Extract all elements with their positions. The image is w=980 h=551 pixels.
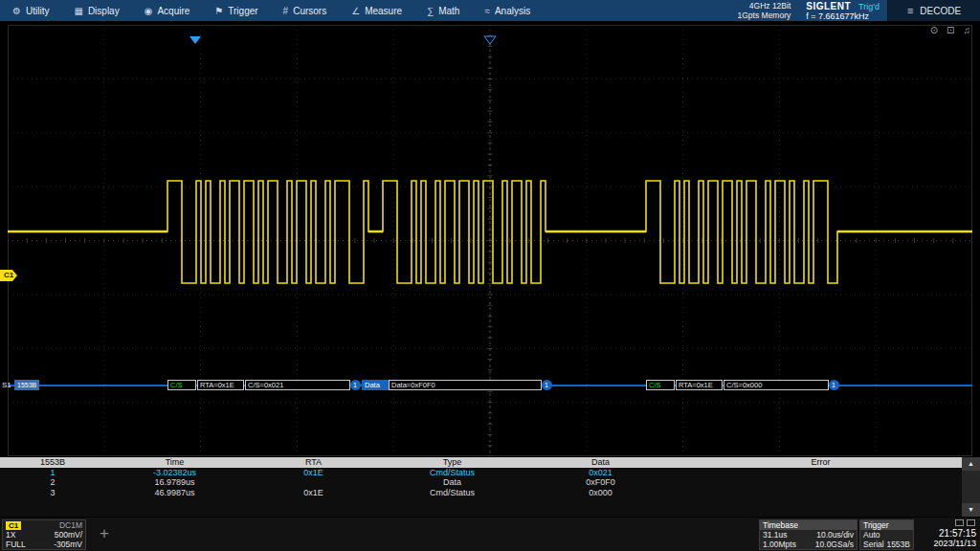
table-cell: 0x1E (244, 488, 383, 497)
menu-item-label: Display (88, 6, 120, 16)
brand-block: SIGLENT Trig'd f = 7.661677kHz (798, 0, 887, 21)
table-scrollbar[interactable]: ▲ ▼ (962, 457, 980, 517)
table-cell: 2 (0, 477, 105, 487)
table-cell: Data (383, 477, 522, 487)
decode-button-label: DECODE (920, 6, 961, 16)
menubar-right: 4GHz 12Bit 1Gpts Memory SIGLENT Trig'd f… (730, 0, 980, 21)
menu-item-measure[interactable]: ∠Measure (339, 0, 414, 21)
decode-bus-tag[interactable]: 1553B (14, 380, 39, 390)
table-cell: Cmd/Status (383, 488, 522, 497)
decode-table: 1553BTimeRTATypeDataError 1-3.02382us0x1… (0, 457, 962, 517)
decode-marker: 1 (829, 380, 839, 390)
table-row[interactable]: 1-3.02382us0x1ECmd/Status0x021 (0, 468, 962, 477)
display-icon: ▦ (74, 6, 82, 16)
timebase-title: Timebase (760, 520, 857, 530)
table-cell: -3.02382us (105, 468, 244, 477)
plot-corner-icons: ⊙⊡♫ (930, 25, 970, 35)
table-header-type: Type (383, 457, 522, 468)
menu-items: ⚙Utility▦Display◉Acquire⚑Trigger#Cursors… (0, 0, 543, 21)
frequency-readout: f = 7.661677kHz (806, 11, 880, 21)
table-header-1553b: 1553B (0, 457, 105, 468)
table-cell: 0xF0F0 (522, 477, 679, 487)
menu-item-label: Trigger (228, 6, 257, 16)
table-cell: Cmd/Status (383, 468, 522, 477)
sound-icon[interactable]: ♫ (964, 25, 971, 35)
menu-item-acquire[interactable]: ◉Acquire (132, 0, 203, 21)
menu-item-label: Utility (26, 6, 49, 16)
table-cell: 0x1E (244, 468, 383, 477)
table-row[interactable]: 216.9789usData0xF0F0 (0, 477, 962, 487)
decode-segment: RTA=0x1E (197, 380, 244, 390)
fullscreen-icon[interactable]: ⊡ (947, 25, 954, 35)
system-info-line2: 1Gpts Memory (738, 11, 791, 20)
utility-icon: ⚙ (12, 6, 21, 16)
status-bar: C1 DC1M 1X 500mV/ FULL -305mV + Timebase… (0, 517, 980, 551)
lan-icon (967, 519, 975, 526)
scroll-up-button[interactable]: ▲ (962, 457, 980, 471)
timebase-delay: 31.1us (763, 530, 788, 540)
decode-button[interactable]: ≡ DECODE (887, 0, 980, 21)
decode-segment: Data=0xF0F0 (389, 380, 542, 390)
acquire-icon: ◉ (145, 6, 153, 16)
timebase-sample-rate: 10.0GSa/s (815, 540, 854, 549)
menu-item-trigger[interactable]: ⚑Trigger (202, 0, 270, 21)
menu-item-label: Analysis (495, 6, 530, 16)
clock: 21:57:15 2023/11/13 (915, 519, 976, 548)
channel1-bandwidth: FULL (6, 540, 26, 549)
table-cell: 16.9789us (105, 477, 244, 487)
measure-icon: ∠ (351, 6, 360, 16)
table-header-time: Time (105, 457, 244, 468)
table-row[interactable]: 346.9987us0x1ECmd/Status0x000 (0, 488, 962, 497)
brand-logo: SIGLENT (806, 1, 851, 11)
clock-date: 2023/11/13 (915, 539, 976, 548)
system-info: 4GHz 12Bit 1Gpts Memory (730, 0, 799, 21)
decode-table-header: 1553BTimeRTATypeDataError (0, 457, 962, 468)
channel1-widget[interactable]: C1 DC1M 1X 500mV/ FULL -305mV (2, 519, 86, 550)
table-cell (244, 477, 383, 487)
timebase-scale: 10.0us/div (816, 530, 854, 540)
waveform-display[interactable]: ⊙⊡♫ C1 C/SRTA=0x1EC/S=0x0211DataData=0xF… (0, 21, 980, 457)
decode-segment: C/S (646, 380, 675, 390)
decode-source-label: S1 (2, 381, 11, 389)
menu-item-analysis[interactable]: ≈Analysis (472, 0, 543, 21)
trigger-bus: 1553B (886, 540, 910, 549)
trigger-type: Serial (863, 540, 884, 549)
channel1-scale: 500mV/ (55, 530, 82, 540)
menu-item-display[interactable]: ▦Display (61, 0, 131, 21)
oscilloscope-screen: ⚙Utility▦Display◉Acquire⚑Trigger#Cursors… (0, 0, 980, 551)
channel1-coupling: DC1M (59, 520, 82, 530)
table-cell (679, 488, 962, 497)
table-cell: 46.9987us (105, 488, 244, 497)
menu-item-label: Acquire (157, 6, 189, 16)
clock-time: 21:57:15 (915, 528, 976, 539)
timebase-panel[interactable]: Timebase 31.1us 10.0us/div 1.00Mpts 10.0… (759, 519, 858, 550)
scroll-down-button[interactable]: ▼ (962, 503, 980, 517)
menu-item-math[interactable]: ∑Math (414, 0, 472, 21)
menu-item-label: Math (438, 6, 459, 16)
decode-segment: C/S=0x021 (245, 380, 350, 390)
usb-icon (955, 519, 964, 526)
trigger-mode: Auto (863, 530, 880, 540)
list-icon: ≡ (907, 5, 913, 16)
add-channel-button[interactable]: + (92, 521, 117, 546)
camera-icon[interactable]: ⊙ (930, 25, 938, 35)
table-cell: 0x021 (522, 468, 679, 477)
menu-item-utility[interactable]: ⚙Utility (0, 0, 61, 21)
menu-item-cursors[interactable]: #Cursors (271, 0, 340, 21)
table-cell: 3 (0, 488, 105, 497)
decode-marker: 1 (542, 380, 552, 390)
menu-item-label: Measure (365, 6, 402, 16)
trigger-panel[interactable]: Trigger Auto Serial 1553B (859, 519, 914, 550)
table-cell: 0x000 (522, 488, 679, 497)
table-cell (679, 477, 962, 487)
trigger-icon: ⚑ (214, 6, 223, 16)
menu-item-label: Cursors (293, 6, 326, 16)
table-header-data: Data (522, 457, 679, 468)
decode-segment: C/S (167, 380, 196, 390)
channel1-probe: 1X (6, 530, 15, 540)
table-cell: 1 (0, 468, 105, 477)
menu-bar: ⚙Utility▦Display◉Acquire⚑Trigger#Cursors… (0, 0, 980, 21)
trigger-title: Trigger (860, 520, 913, 530)
channel1-offset: -305mV (54, 540, 82, 549)
timebase-memory: 1.00Mpts (763, 540, 796, 549)
